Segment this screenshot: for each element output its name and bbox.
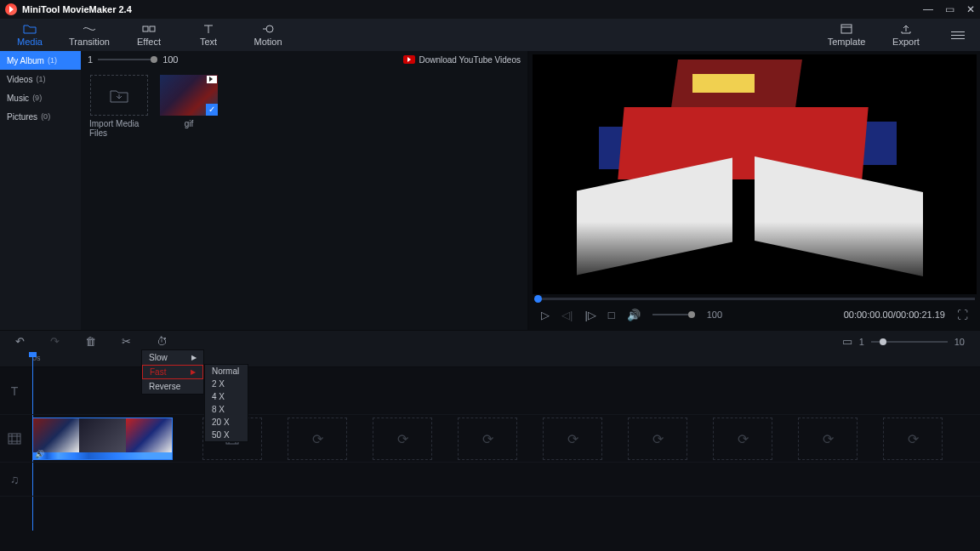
toolbar-effect[interactable]: Effect	[119, 19, 179, 51]
empty-slot[interactable]: ⟳	[373, 418, 432, 460]
speed-4x[interactable]: 4 X	[205, 390, 248, 403]
empty-slot[interactable]: ⟳	[628, 418, 687, 460]
sidebar-item-videos[interactable]: Videos(1)	[0, 70, 81, 88]
svg-rect-0	[143, 26, 148, 31]
toolbar-effect-label: Effect	[137, 37, 161, 47]
toolbar-export[interactable]: Export	[876, 19, 936, 51]
seek-bar[interactable]	[534, 298, 975, 300]
fit-button[interactable]: ▭	[842, 335, 852, 348]
stop-button[interactable]: □	[608, 309, 615, 321]
speed-normal[interactable]: Normal	[205, 365, 248, 378]
clip-label: gif	[185, 119, 194, 128]
video-track-icon	[0, 433, 29, 445]
sidebar-label: Pictures	[7, 112, 37, 122]
empty-slot[interactable]: ⟳	[543, 418, 602, 460]
toolbar-text[interactable]: Text	[179, 19, 238, 51]
svg-point-2	[266, 26, 273, 32]
minimize-button[interactable]: ―	[923, 3, 933, 15]
svg-rect-4	[9, 434, 20, 444]
tzoom-max: 10	[954, 337, 965, 347]
toolbar-media-label: Media	[17, 37, 43, 47]
sidebar-label: Videos	[7, 75, 32, 84]
split-button[interactable]: ✂	[122, 335, 131, 348]
close-button[interactable]: ✕	[966, 3, 975, 15]
speed-8x[interactable]: 8 X	[205, 403, 248, 416]
speed-fast[interactable]: Fast▶	[142, 365, 203, 379]
menu-button[interactable]	[944, 31, 971, 39]
maximize-button[interactable]: ▭	[945, 3, 954, 15]
volume-value: 100	[707, 310, 722, 320]
app-logo-icon	[5, 3, 17, 15]
speed-50x[interactable]: 50 X	[205, 429, 248, 441]
speed-menu: Slow▶ Fast▶ Reverse	[141, 349, 204, 395]
video-track[interactable]: 🔊 ⟳ ⟳ ⟳ ⟳ ⟳ ⟳ ⟳ ⟳	[0, 415, 980, 463]
prev-frame-button[interactable]: ◁|	[561, 309, 573, 321]
speed-button[interactable]: ⏱	[157, 335, 168, 348]
thumb-zoom-slider[interactable]	[98, 59, 157, 60]
sidebar-item-myalbum[interactable]: My Album(1)	[0, 51, 81, 70]
preview-panel: ▷ ◁| |▷ □ 🔊 100 00:00:00.00/00:00:21.19 …	[529, 51, 980, 330]
import-label: Import Media Files	[89, 119, 149, 138]
empty-slot[interactable]: ⟳	[458, 418, 517, 460]
speed-slow[interactable]: Slow▶	[142, 350, 203, 365]
toolbar-motion-label: Motion	[254, 37, 282, 47]
motion-icon	[261, 23, 275, 35]
audio-track-icon: ♫	[0, 473, 29, 486]
timeline-clip[interactable]: 🔊	[32, 418, 173, 460]
sidebar-label: Music	[7, 94, 29, 103]
clip-audio-icon: 🔊	[35, 450, 44, 458]
fullscreen-button[interactable]: ⛶	[957, 309, 968, 321]
empty-slot[interactable]: ⟳	[713, 418, 772, 460]
empty-slot[interactable]: ⟳	[883, 418, 943, 460]
timecode: 00:00:00.00/00:00:21.19	[844, 310, 945, 320]
play-button[interactable]: ▷	[541, 309, 550, 321]
toolbar-media[interactable]: Media	[0, 19, 60, 51]
toolbar-transition[interactable]: Transition	[60, 19, 119, 51]
toolbar-template[interactable]: Template	[817, 19, 876, 51]
selected-check-icon: ✓	[206, 104, 218, 116]
sidebar-item-pictures[interactable]: Pictures(0)	[0, 107, 81, 126]
speed-reverse[interactable]: Reverse	[142, 379, 203, 394]
toolbar-transition-label: Transition	[69, 37, 110, 47]
volume-icon[interactable]: 🔊	[627, 309, 641, 321]
media-clip-gif[interactable]: ✓ gif	[159, 75, 219, 138]
volume-slider[interactable]	[652, 314, 695, 315]
preview-frame	[533, 54, 977, 294]
zoom-max: 100	[162, 54, 178, 65]
sidebar-count: (1)	[36, 75, 45, 83]
redo-button[interactable]: ↷	[50, 335, 60, 348]
template-icon	[840, 23, 853, 35]
video-preview[interactable]	[533, 54, 977, 294]
timeline-zoom-slider[interactable]	[871, 341, 948, 343]
sidebar-item-music[interactable]: Music(9)	[0, 88, 81, 107]
svg-rect-1	[150, 26, 155, 31]
empty-slot[interactable]: ⟳	[288, 418, 347, 460]
text-icon	[202, 23, 215, 35]
empty-slot[interactable]: ⟳	[798, 418, 858, 460]
menu-label: Fast	[150, 367, 166, 377]
download-youtube-label: Download YouTube Videos	[419, 55, 521, 65]
app-title: MiniTool MovieMaker 2.4	[22, 4, 132, 14]
speed-fast-submenu: Normal 2 X 4 X 8 X 20 X 50 X	[204, 364, 248, 442]
download-youtube-button[interactable]: Download YouTube Videos	[403, 55, 521, 65]
speed-20x[interactable]: 20 X	[205, 416, 248, 429]
audio-track[interactable]: ♫	[0, 463, 980, 497]
speed-2x[interactable]: 2 X	[205, 378, 248, 390]
submenu-arrow-icon: ▶	[191, 368, 196, 376]
next-frame-button[interactable]: |▷	[584, 309, 595, 321]
menu-label: Slow	[149, 353, 168, 362]
title-bar: MiniTool MovieMaker 2.4 ― ▭ ✕	[0, 0, 980, 19]
submenu-arrow-icon: ▶	[191, 354, 197, 361]
sidebar: My Album(1) Videos(1) Music(9) Pictures(…	[0, 51, 81, 330]
main-toolbar: Media Transition Effect Text Motion Temp…	[0, 19, 980, 51]
sidebar-count: (0)	[41, 112, 50, 121]
undo-button[interactable]: ↶	[15, 335, 25, 348]
sidebar-count: (9)	[32, 94, 42, 102]
tzoom-min: 1	[859, 337, 864, 347]
toolbar-motion[interactable]: Motion	[238, 19, 298, 51]
import-icon	[90, 75, 148, 116]
zoom-min: 1	[88, 54, 93, 65]
media-panel: 1 100 Download YouTube Videos Import Med…	[81, 51, 529, 330]
delete-button[interactable]: 🗑	[85, 335, 96, 348]
import-media-button[interactable]: Import Media Files	[89, 75, 149, 138]
